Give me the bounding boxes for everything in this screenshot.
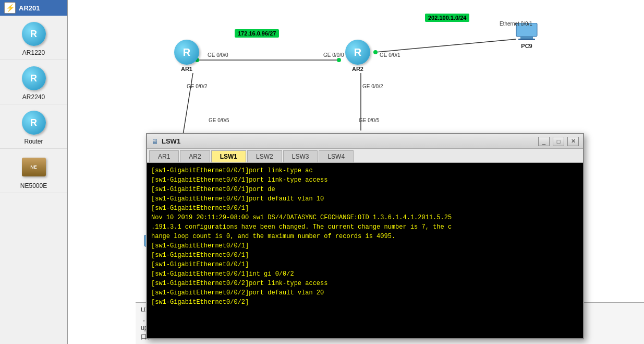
tab-lsw1[interactable]: LSW1	[211, 150, 246, 162]
terminal-line: [sw1-GigabitEthernet0/0/2]port link-type…	[151, 279, 579, 288]
port-eth-pc9: Ethernet 0/0/1	[500, 21, 532, 27]
terminal-icon: 🖥	[151, 137, 159, 146]
terminal-line: [sw1-GigabitEthernet0/0/1]	[151, 260, 579, 269]
sidebar-title: AR201	[19, 4, 40, 12]
terminal-content[interactable]: [sw1-GigabitEthernet0/0/1]port link-type…	[147, 163, 583, 338]
port-ge002-ar1: GE 0/0/2	[187, 84, 207, 89]
tab-ar2[interactable]: AR2	[180, 150, 210, 162]
svg-rect-11	[518, 39, 535, 40]
svg-point-7	[373, 50, 378, 54]
ne5000e-label: NE5000E	[20, 182, 47, 189]
terminal-line: [sw1-GigabitEthernet0/0/1]int gi 0/0/2	[151, 269, 579, 279]
sidebar-item-ar2240[interactable]: R AR2240	[0, 60, 67, 104]
ar1220-icon: R	[21, 21, 47, 47]
terminal-line: [sw1-GigabitEthernet0/0/1]port link-type…	[151, 175, 579, 185]
terminal-line: [sw1-GigabitEthernet0/0/1]port default v…	[151, 194, 579, 204]
node-ar2[interactable]: R AR2	[345, 40, 370, 72]
terminal-line: [sw1-GigabitEthernet0/0/1]	[151, 204, 579, 213]
terminal-line: [sw1-GigabitEthernet0/0/1]port de	[151, 185, 579, 194]
terminal-line: [sw1-GigabitEthernet0/0/1]port link-type…	[151, 166, 579, 175]
node-pc9[interactable]: PC9	[514, 23, 539, 49]
ne5000e-icon: NE	[21, 154, 47, 180]
port-ge001-ar2: GE 0/0/1	[380, 52, 400, 58]
sidebar: ⚡ AR201 R AR1220 R AR2240 R Router N	[0, 0, 68, 344]
terminal-window: 🖥 LSW1 _ □ ✕ AR1 AR2 LSW1 LSW2 LSW3 LSW4…	[146, 133, 584, 339]
ar2-label: AR2	[352, 66, 363, 72]
sidebar-item-ne5000e[interactable]: NE NE5000E	[0, 149, 67, 193]
terminal-line: [sw1-GigabitEthernet0/0/2]port default v…	[151, 288, 579, 298]
svg-line-3	[375, 39, 516, 52]
router-icon: R	[22, 22, 46, 46]
terminal-line: [sw1-GigabitEthernet0/0/1]	[151, 251, 579, 260]
ne-icon: NE	[22, 158, 46, 176]
port-ge000-ar1: GE 0/0/0	[208, 52, 228, 58]
svg-point-6	[337, 58, 341, 62]
router-icon-3: R	[22, 111, 46, 135]
ar1-label: AR1	[181, 66, 192, 72]
sidebar-scroll: R AR1220 R AR2240 R Router NE NE5000E	[0, 16, 67, 344]
ar1220-label: AR1220	[22, 49, 45, 56]
restore-button[interactable]: □	[553, 137, 564, 146]
terminal-titlebar: 🖥 LSW1 _ □ ✕	[147, 134, 583, 149]
sidebar-header: ⚡ AR201	[0, 0, 67, 16]
terminal-line: .191.3.1 configurations have been change…	[151, 222, 579, 232]
ar2240-label: AR2240	[22, 93, 45, 101]
tab-lsw2[interactable]: LSW2	[247, 150, 282, 162]
main-area: R AR1 R AR2 PC9 LSW1 PC1	[68, 0, 644, 344]
ar1-router-icon: R	[174, 40, 199, 65]
tab-ar1[interactable]: AR1	[149, 150, 179, 162]
minimize-button[interactable]: _	[538, 137, 550, 146]
pc9-label: PC9	[521, 43, 532, 49]
sidebar-item-router[interactable]: R Router	[0, 104, 67, 149]
port-ge005-ar2: GE 0/0/5	[359, 117, 379, 123]
tab-lsw4[interactable]: LSW4	[319, 150, 354, 162]
router-label: Router	[24, 138, 43, 145]
router-icon-2: R	[22, 66, 46, 90]
terminal-line: [sw1-GigabitEthernet0/0/1]	[151, 241, 579, 251]
terminal-title: LSW1	[162, 137, 535, 145]
terminal-line: [sw1-GigabitEthernet0/0/2]	[151, 298, 579, 307]
sidebar-item-ar1220[interactable]: R AR1220	[0, 16, 67, 60]
terminal-line: Nov 10 2019 20:11:29-08:00 sw1 DS/4/DATA…	[151, 213, 579, 222]
port-ge000-ar2: GE 0/0/0	[323, 52, 344, 58]
tab-lsw3[interactable]: LSW3	[283, 150, 318, 162]
ar2240-icon: R	[21, 65, 47, 91]
router-device-icon: R	[21, 110, 47, 136]
node-ar1[interactable]: R AR1	[174, 40, 199, 72]
tab-bar: AR1 AR2 LSW1 LSW2 LSW3 LSW4	[147, 149, 583, 163]
flash-icon: ⚡	[4, 2, 16, 14]
ip-badge-2: 202.100.1.0/24	[425, 14, 469, 22]
port-ge005-ar1: GE 0/0/5	[209, 117, 229, 123]
port-ge002-ar2: GE 0/0/2	[362, 84, 383, 89]
terminal-line: hange loop count is 0, and the maximum n…	[151, 232, 579, 241]
svg-rect-10	[520, 37, 533, 39]
ip-badge-1: 172.16.0.96/27	[235, 29, 279, 38]
ar2-router-icon: R	[345, 40, 370, 65]
close-button[interactable]: ✕	[567, 137, 579, 146]
